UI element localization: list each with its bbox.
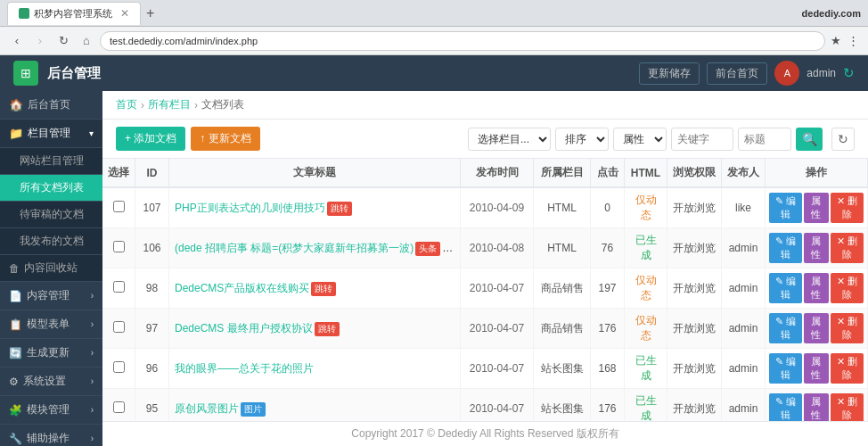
browser-bar: ‹ › ↻ ⌂ test.dedediy.com/admin/index.php… <box>0 27 868 55</box>
footer: Copyright 2017 © Dedediy All Rights Rese… <box>102 421 868 446</box>
title-input[interactable] <box>738 128 791 151</box>
del-btn[interactable]: ✕ 删除 <box>831 353 864 384</box>
row-checkbox[interactable] <box>113 321 125 333</box>
cell-author: admin <box>722 309 766 349</box>
breadcrumb-all-cols[interactable]: 所有栏目 <box>148 97 191 112</box>
edit-btn[interactable]: ✎ 编辑 <box>769 273 802 303</box>
browser-tools: ★ ⋮ <box>829 32 861 49</box>
sidebar-item-generate[interactable]: 🔄 生成更新 › <box>0 339 102 368</box>
cell-html: 仅动态 <box>625 268 667 309</box>
chevron-down-icon: ▾ <box>89 128 94 138</box>
cell-html: 仅动态 <box>625 187 667 228</box>
cell-date: 2010-04-07 <box>461 349 534 389</box>
cell-html: 仅动态 <box>625 309 667 349</box>
attr-btn[interactable]: 属性 <box>804 393 829 421</box>
update-doc-btn[interactable]: ↑ 更新文档 <box>191 127 259 151</box>
cell-check <box>102 268 135 309</box>
sidebar-item-content-mgmt[interactable]: 📄 内容管理 › <box>0 282 102 310</box>
forward-btn[interactable]: › <box>30 31 50 51</box>
th-date: 发布时间 <box>461 159 534 187</box>
toolbar: + 添加文档 ↑ 更新文档 选择栏目... 排序 属性 🔍 ↻ <box>102 120 868 159</box>
cell-cat: 商品销售 <box>534 309 591 349</box>
del-btn[interactable]: ✕ 删除 <box>831 313 864 343</box>
breadcrumb-home[interactable]: 首页 <box>116 97 137 112</box>
del-btn[interactable]: ✕ 删除 <box>831 273 864 303</box>
browser-tab[interactable]: 积梦内容管理系统 ✕ <box>7 2 141 25</box>
address-bar[interactable]: test.dedediy.com/admin/index.php <box>100 31 825 51</box>
sidebar-item-recycle[interactable]: 🗑 内容回收站 <box>0 255 102 282</box>
sidebar-item-my-docs[interactable]: 我发布的文档 <box>0 228 102 255</box>
cell-title: 原创风景图片图片 <box>169 389 461 422</box>
sidebar-item-col-mgmt[interactable]: 📁 栏目管理 ▾ <box>0 120 102 148</box>
page-refresh-btn[interactable]: ↻ <box>831 128 855 151</box>
cell-date: 2010-04-07 <box>461 389 534 422</box>
th-perm: 浏览权限 <box>667 159 722 187</box>
folder-icon: 📁 <box>9 127 23 140</box>
sidebar-item-all-docs[interactable]: 所有文档列表 <box>0 175 102 202</box>
keyword-input[interactable] <box>671 128 733 151</box>
chevron-right-icon: › <box>91 291 94 301</box>
th-cat: 所属栏目 <box>534 159 591 187</box>
table-row: 106 (dede 招聘启事 标题=(积梦大家庭新年招募第一波)头条推荐特荐 2… <box>102 228 868 268</box>
home-btn[interactable]: ⌂ <box>77 31 96 51</box>
topbar-refresh-icon[interactable]: ↻ <box>843 65 855 81</box>
cell-date: 2010-04-07 <box>461 268 534 309</box>
attr-btn[interactable]: 属性 <box>804 353 829 384</box>
del-btn[interactable]: ✕ 删除 <box>831 193 864 223</box>
chevron-right-icon6: › <box>91 434 94 443</box>
breadcrumb-current: 文档列表 <box>201 97 244 112</box>
cell-check <box>102 187 135 228</box>
del-btn[interactable]: ✕ 删除 <box>831 233 864 263</box>
attr-btn[interactable]: 属性 <box>804 273 829 303</box>
cell-perm: 开放浏览 <box>667 389 722 422</box>
breadcrumb: 首页 › 所有栏目 › 文档列表 <box>102 91 868 120</box>
sidebar-item-site-col[interactable]: 网站栏目管理 <box>0 148 102 175</box>
sidebar-item-model[interactable]: 📋 模型表单 › <box>0 310 102 339</box>
add-doc-btn[interactable]: + 添加文档 <box>116 127 185 151</box>
cell-action: ✎ 编辑 属性 ✕ 删除 <box>766 349 868 389</box>
topbar-brand: 后台管理 <box>47 65 101 82</box>
bookmark-icon[interactable]: ★ <box>829 32 843 49</box>
sidebar-item-settings[interactable]: ⚙ 系统设置 › <box>0 368 102 396</box>
edit-btn[interactable]: ✎ 编辑 <box>769 393 802 421</box>
cell-html: 已生成 <box>625 389 667 422</box>
edit-btn[interactable]: ✎ 编辑 <box>769 233 802 263</box>
settings-icon[interactable]: ⋮ <box>846 32 861 49</box>
table-row: 98 DedeCMS产品版权在线购买跳转 2010-04-07 商品销售 197… <box>102 268 868 309</box>
row-checkbox[interactable] <box>113 201 125 212</box>
cell-id: 97 <box>135 309 169 349</box>
attr-btn[interactable]: 属性 <box>804 313 829 343</box>
category-filter[interactable]: 选择栏目... <box>468 128 551 151</box>
edit-btn[interactable]: ✎ 编辑 <box>769 193 802 223</box>
new-tab-btn[interactable]: + <box>146 5 154 21</box>
reload-btn[interactable]: ↻ <box>53 31 73 51</box>
back-btn[interactable]: ‹ <box>7 31 27 51</box>
topbar: ⊞ 后台管理 更新储存 前台首页 A admin ↻ <box>0 55 868 91</box>
save-btn[interactable]: 更新储存 <box>639 62 700 85</box>
sidebar-item-modules[interactable]: 🧩 模块管理 › <box>0 396 102 425</box>
search-btn[interactable]: 🔍 <box>796 128 823 151</box>
sort-filter[interactable]: 排序 <box>555 128 609 151</box>
chevron-right-icon5: › <box>91 405 94 415</box>
table-row: 97 DedeCMS 最终用户授权协议跳转 2010-04-07 商品销售 17… <box>102 309 868 349</box>
cell-check <box>102 389 135 422</box>
attr-btn[interactable]: 属性 <box>804 233 829 263</box>
sidebar-item-pending[interactable]: 待审稿的文档 <box>0 202 102 228</box>
row-checkbox[interactable] <box>113 281 125 293</box>
cell-id: 107 <box>135 187 169 228</box>
cell-click: 168 <box>591 349 625 389</box>
sidebar-item-home[interactable]: 🏠 后台首页 <box>0 91 102 120</box>
sidebar-item-aux[interactable]: 🔧 辅助操作 › <box>0 425 102 446</box>
front-page-btn[interactable]: 前台首页 <box>707 62 767 85</box>
edit-btn[interactable]: ✎ 编辑 <box>769 353 802 384</box>
edit-btn[interactable]: ✎ 编辑 <box>769 313 802 343</box>
row-checkbox[interactable] <box>113 241 125 252</box>
cell-perm: 开放浏览 <box>667 309 722 349</box>
row-checkbox[interactable] <box>113 401 125 413</box>
tab-close[interactable]: ✕ <box>120 7 129 20</box>
cell-click: 76 <box>591 228 625 268</box>
attr-filter[interactable]: 属性 <box>613 128 667 151</box>
row-checkbox[interactable] <box>113 361 125 373</box>
del-btn[interactable]: ✕ 删除 <box>831 393 864 421</box>
attr-btn[interactable]: 属性 <box>804 193 829 223</box>
